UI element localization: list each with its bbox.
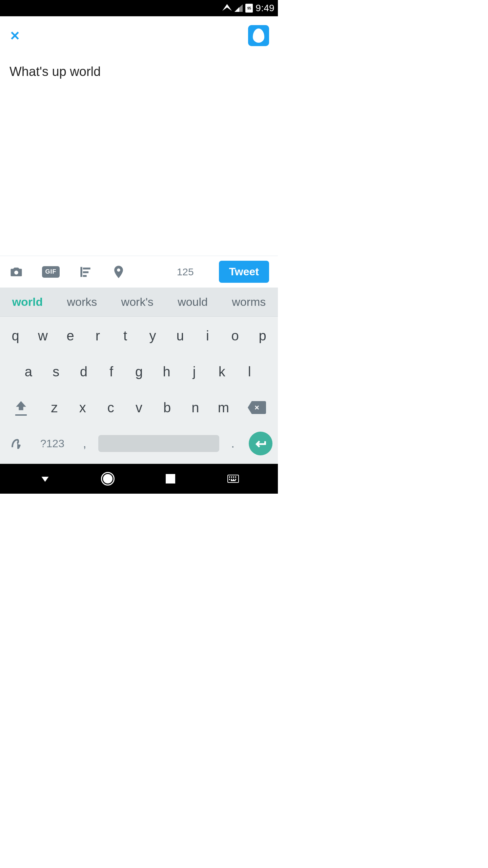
key-d[interactable]: d [71,356,97,387]
location-icon [111,264,126,279]
key-v[interactable]: v [126,392,152,423]
camera-button[interactable] [9,264,24,279]
keyboard-row-1: q w e r t y u i o p [3,320,275,351]
svg-point-5 [117,268,120,272]
svg-rect-4 [83,275,87,277]
battery-percent: 95 [247,6,251,10]
keyboard-row-3: z x c v b n m [3,392,275,423]
gif-icon: GIF [42,266,60,278]
svg-rect-1 [80,267,82,277]
circle-icon [101,472,115,486]
key-f[interactable]: f [99,356,124,387]
backspace-icon [248,401,266,414]
key-shift[interactable] [3,392,39,423]
nav-back[interactable] [35,469,55,489]
battery-icon: 95 [245,4,253,13]
key-numsym[interactable]: ?123 [34,428,71,459]
key-i[interactable]: i [195,320,220,351]
status-bar: 95 9:49 [0,0,278,16]
key-enter[interactable] [246,428,275,459]
key-m[interactable]: m [210,392,237,423]
key-h[interactable]: h [154,356,180,387]
keyboard-suggestions: world works work's would worms [0,288,278,317]
compose-area[interactable]: What's up world [0,49,278,256]
key-swipe[interactable] [3,428,32,459]
suggestion-2[interactable]: works [67,295,97,309]
poll-button[interactable] [78,264,93,279]
tweet-button[interactable]: Tweet [219,261,269,283]
egg-icon [253,28,264,43]
key-g[interactable]: g [126,356,152,387]
shift-icon [14,399,28,413]
key-y[interactable]: y [140,320,165,351]
key-b[interactable]: b [154,392,180,423]
swipe-icon [10,436,25,451]
key-w[interactable]: w [30,320,56,351]
profile-avatar[interactable] [248,25,269,46]
wifi-icon [222,4,232,11]
close-icon [9,30,21,41]
key-comma[interactable]: , [73,428,96,459]
close-button[interactable] [9,29,21,42]
keyboard-icon [227,475,239,483]
key-q[interactable]: q [3,320,28,351]
svg-rect-2 [83,268,90,270]
key-backspace[interactable] [239,392,275,423]
square-icon [166,474,175,484]
system-nav-bar [0,464,278,494]
compose-text[interactable]: What's up world [9,64,268,80]
location-button[interactable] [111,264,126,279]
key-u[interactable]: u [167,320,193,351]
suggestion-1[interactable]: world [12,295,43,309]
soft-keyboard: q w e r t y u i o p a s d f g h j k l z … [0,317,278,464]
key-l[interactable]: l [237,356,262,387]
key-s[interactable]: s [43,356,69,387]
svg-point-0 [14,270,18,274]
key-e[interactable]: e [58,320,83,351]
key-p[interactable]: p [250,320,275,351]
nav-keyboard-switch[interactable] [223,469,243,489]
cell-signal-icon [235,4,243,12]
key-k[interactable]: k [209,356,235,387]
triangle-down-icon [39,473,51,485]
key-x[interactable]: x [69,392,96,423]
key-space[interactable] [98,428,219,459]
compose-header [0,16,278,49]
key-c[interactable]: c [98,392,124,423]
key-o[interactable]: o [222,320,248,351]
camera-icon [9,264,24,279]
key-n[interactable]: n [182,392,208,423]
compose-toolbar: GIF 125 Tweet [0,256,278,288]
keyboard-row-4: ?123 , . [3,428,275,459]
keyboard-row-2: a s d f g h j k l [3,356,275,387]
character-count: 125 [177,266,194,278]
key-j[interactable]: j [181,356,207,387]
poll-icon [78,264,93,279]
suggestion-5[interactable]: worms [232,295,266,309]
nav-home[interactable] [98,469,118,489]
status-clock: 9:49 [256,3,274,14]
suggestion-3[interactable]: work's [121,295,154,309]
enter-icon [249,432,272,455]
key-a[interactable]: a [16,356,41,387]
gif-button[interactable]: GIF [42,266,60,278]
key-period[interactable]: . [221,428,244,459]
key-t[interactable]: t [113,320,138,351]
svg-rect-3 [83,271,88,273]
key-r[interactable]: r [85,320,110,351]
key-z[interactable]: z [41,392,67,423]
suggestion-4[interactable]: would [178,295,208,309]
nav-recent[interactable] [160,469,181,489]
